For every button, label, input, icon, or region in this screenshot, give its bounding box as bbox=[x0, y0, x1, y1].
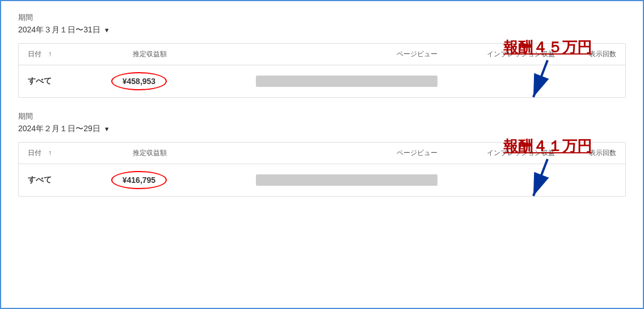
section-2: 期間 2024年２月１日〜29日 ▼ 報酬４１万円 bbox=[18, 111, 626, 197]
row-label-2: すべて bbox=[19, 164, 75, 197]
period-label-2: 期間 bbox=[18, 111, 626, 122]
row-pageviews-2 bbox=[176, 164, 447, 197]
period-value-2: 2024年２月１日〜29日 bbox=[18, 124, 100, 134]
grey-bar-pv-1 bbox=[256, 76, 437, 87]
row-amount-2: ¥416,795 bbox=[75, 164, 176, 197]
col-header-impression-1[interactable]: インプレッション収益 bbox=[447, 44, 563, 65]
col-header-impression-2[interactable]: インプレッション収益 bbox=[447, 143, 563, 164]
section-1: 期間 2024年３月１日〜31日 ▼ 報酬４５万円 bbox=[18, 12, 626, 98]
col-header-pageviews-2[interactable]: ページビュー bbox=[176, 143, 447, 164]
row-display-2 bbox=[564, 164, 626, 197]
col-header-display-2[interactable]: 表示回数 bbox=[564, 143, 626, 164]
row-pageviews-1 bbox=[176, 65, 447, 98]
period-dropdown-2[interactable]: ▼ bbox=[104, 126, 110, 132]
table-row-2-all: すべて ¥416,795 bbox=[19, 164, 625, 197]
col-header-display-1[interactable]: 表示回数 bbox=[564, 44, 626, 65]
row-label-1: すべて bbox=[19, 65, 75, 98]
col-header-date-1[interactable]: 日付 ↑ bbox=[19, 44, 75, 65]
col-header-amount-2[interactable]: 推定収益額 bbox=[75, 143, 176, 164]
period-dropdown-1[interactable]: ▼ bbox=[104, 27, 110, 34]
period-label-1: 期間 bbox=[18, 12, 626, 23]
table-row-1-all: すべて ¥458,953 bbox=[19, 65, 625, 98]
col-header-amount-1[interactable]: 推定収益額 bbox=[75, 44, 176, 65]
grey-bar-pv-2 bbox=[256, 174, 437, 186]
table-2: 日付 ↑ 推定収益額 ページビュー インプレッション収益 表示回数 bbox=[18, 142, 626, 197]
row-impression-2 bbox=[447, 164, 563, 197]
table-1: 日付 ↑ 推定収益額 ページビュー インプレッション収益 表示回数 bbox=[18, 43, 626, 98]
row-display-1 bbox=[564, 65, 626, 98]
col-header-date-2[interactable]: 日付 ↑ bbox=[19, 143, 75, 164]
row-amount-1: ¥458,953 bbox=[75, 65, 176, 98]
col-header-pageviews-1[interactable]: ページビュー bbox=[176, 44, 447, 65]
period-value-1: 2024年３月１日〜31日 bbox=[18, 25, 100, 35]
row-impression-1 bbox=[447, 65, 563, 98]
